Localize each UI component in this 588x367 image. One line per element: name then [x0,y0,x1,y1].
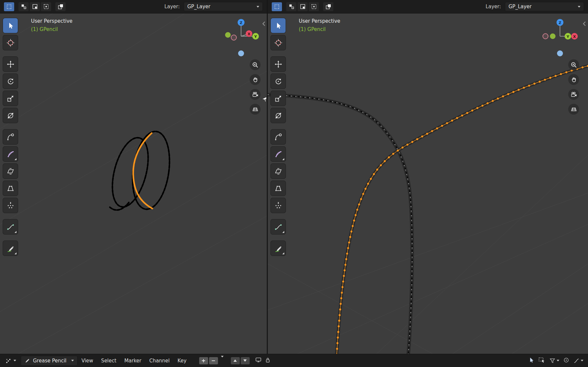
tweak-arrow-icon [528,357,535,363]
gpencil-stroke-loop1[interactable] [106,134,155,211]
tool-transform[interactable] [3,108,18,123]
scale-icon [274,95,282,102]
layer-dropdown[interactable]: GP_Layer [184,2,263,11]
point-mode-icon [21,4,27,10]
tool-randomize[interactable] [271,198,286,213]
layer-label: Layer: [164,4,180,10]
select-mode-stroke[interactable] [30,2,40,11]
tool-rotate[interactable] [271,74,286,89]
zoom-button[interactable] [250,59,261,70]
tool-radius[interactable] [3,129,18,144]
dashed-square-icon [275,5,279,9]
filter-funnel-icon [549,357,556,364]
tool-transform[interactable] [271,108,286,123]
move-channel-down-button[interactable] [241,357,250,364]
multiframe-toggle[interactable] [55,2,66,11]
dashed-square-icon [7,5,11,9]
tool-to-sphere[interactable] [3,181,18,196]
menu-channel[interactable]: Channel [145,354,174,367]
tool-cursor[interactable] [3,35,18,50]
tool-rotate[interactable] [3,74,18,89]
stroke-mode-icon [300,4,306,10]
tweak-tool-button[interactable] [528,357,535,365]
axis-x-neg-ball[interactable] [231,35,236,40]
tool-annotate[interactable] [271,241,286,256]
menu-select[interactable]: Select [97,354,120,367]
annotate-pencil-icon [7,244,15,252]
axis-y-neg-ball[interactable] [550,34,556,39]
select-mode-only-points[interactable] [4,2,14,11]
gpencil-strokes[interactable] [106,129,174,212]
tool-annotate[interactable] [3,241,18,256]
pan-button[interactable] [250,74,261,85]
tool-shear[interactable] [271,164,286,179]
menu-key[interactable]: Key [173,354,190,367]
grid-icon [570,106,577,113]
tool-interpolate[interactable] [3,219,18,234]
chevron-down-icon [14,360,16,361]
move-channel-up-button[interactable] [231,357,240,364]
menu-view[interactable]: View [77,354,97,367]
tool-scale[interactable] [3,91,18,106]
proportional-edit-icon [563,357,570,363]
grid-view-button[interactable] [568,104,579,115]
dope-sheet-mode-dropdown[interactable]: Grease Pencil [21,356,77,366]
multiframe-toggle[interactable] [323,2,333,11]
mouse-cursor [261,96,268,104]
select-mode-segment[interactable] [309,2,319,11]
axis-z-neg-ball[interactable] [557,50,563,56]
tool-select-box[interactable] [3,18,18,33]
navigation-gizmo[interactable]: Z Y X [540,16,580,60]
select-mode-segment[interactable] [41,2,51,11]
viewport-right-canvas[interactable] [268,14,588,354]
pan-button[interactable] [568,74,579,85]
active-object-label: (1) GPencil [299,26,340,32]
blender-window: Layer: GP_Layer [0,0,588,367]
tool-select-box[interactable] [271,18,286,33]
tool-interpolate[interactable] [271,219,286,234]
gpencil-stroke-selected[interactable] [337,66,588,354]
camera-view-button[interactable] [250,89,261,100]
box-select-tool-button[interactable] [538,357,545,365]
tool-radius[interactable] [271,129,286,144]
select-mode-point[interactable] [286,2,296,11]
tool-scale[interactable] [271,91,286,106]
lock-toggle[interactable] [264,357,271,365]
viewport-right: Layer: GP_Layer [268,0,588,354]
tool-randomize[interactable] [3,198,18,213]
axis-z-neg-ball[interactable] [238,50,244,56]
layer-dropdown[interactable]: GP_Layer [505,2,584,11]
select-mode-only-points[interactable] [272,2,282,11]
show-in-front-toggle[interactable] [255,356,262,365]
viewport-info-text: User Perspective (1) GPencil [31,18,73,32]
viewport-left-canvas[interactable] [0,14,267,354]
tool-cursor[interactable] [271,35,286,50]
axis-y-neg-ball[interactable] [225,32,231,38]
remove-button[interactable] [209,357,218,364]
tool-shear[interactable] [3,164,18,179]
menu-marker[interactable]: Marker [120,354,145,367]
grid-view-button[interactable] [250,104,261,115]
falloff-dropdown[interactable] [573,357,583,364]
select-mode-point[interactable] [18,2,29,11]
editor-type-button[interactable] [3,356,18,365]
zoom-button[interactable] [568,59,579,70]
interpolate-icon [274,223,282,231]
tool-bend[interactable] [271,147,286,161]
proportional-edit-toggle[interactable] [563,357,570,365]
axis-x-neg-ball[interactable] [543,34,548,39]
tool-move[interactable] [3,57,18,71]
camera-view-button[interactable] [568,89,579,100]
filter-button[interactable] [549,357,559,364]
tool-bend[interactable] [3,147,18,161]
select-arrow-icon [7,22,15,30]
toolbar-right [271,18,286,256]
region-collapse-button[interactable] [262,21,266,28]
tool-move[interactable] [271,57,286,71]
region-collapse-button[interactable] [582,21,586,28]
add-button[interactable] [199,357,208,364]
select-mode-stroke[interactable] [297,2,308,11]
navigation-gizmo[interactable]: Z X Y [221,16,261,60]
keying-dropdown[interactable] [219,357,226,364]
tool-to-sphere[interactable] [271,181,286,196]
